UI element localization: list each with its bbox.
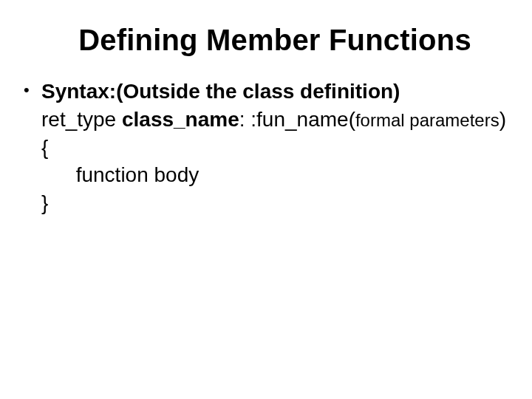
bullet-content: Syntax:(Outside the class definition) re… xyxy=(41,78,506,217)
slide: Defining Member Functions • Syntax:(Outs… xyxy=(0,0,532,399)
ret-type: ret_type xyxy=(41,108,122,131)
class-name: class_name xyxy=(122,108,239,131)
body-indent xyxy=(41,163,76,186)
bullet-dot: • xyxy=(24,78,41,103)
syntax-label: Syntax: xyxy=(41,80,116,103)
slide-title: Defining Member Functions xyxy=(41,24,508,57)
slide-body: • Syntax:(Outside the class definition) … xyxy=(41,78,508,217)
close-paren: ) xyxy=(499,108,506,131)
function-body-line: function body xyxy=(41,161,506,189)
formal-parameters: formal parameters xyxy=(355,110,499,130)
syntax-paren: (Outside the class definition) xyxy=(116,80,400,103)
bullet-item: • Syntax:(Outside the class definition) … xyxy=(41,78,508,217)
signature-line: ret_type class_name: :fun_name(formal pa… xyxy=(41,106,506,134)
function-body-text: function body xyxy=(76,163,200,186)
syntax-line: Syntax:(Outside the class definition) xyxy=(41,78,506,106)
open-brace-line: { xyxy=(41,134,506,162)
close-brace-line: } xyxy=(41,189,506,217)
scope-fun-name: : :fun_name( xyxy=(239,108,355,131)
